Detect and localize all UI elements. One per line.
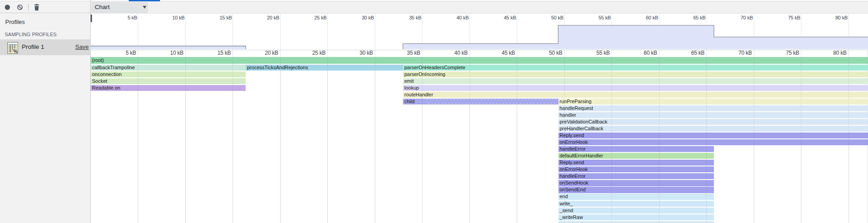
svg-text:%: % [13,48,18,54]
